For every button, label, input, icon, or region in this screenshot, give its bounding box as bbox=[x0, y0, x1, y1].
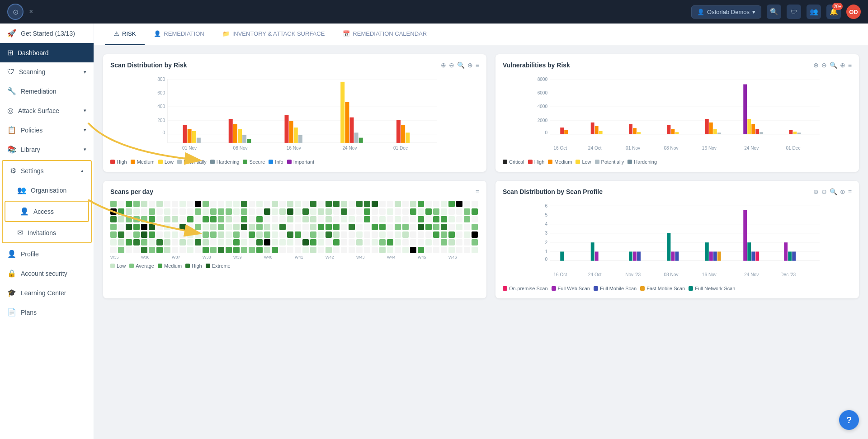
menu-icon[interactable]: ≡ bbox=[848, 61, 852, 69]
scans-per-day-card: Scans per day ≡ W35W36W37W38W39W40W41W42… bbox=[103, 181, 486, 298]
tab-remediation[interactable]: 👤 REMEDIATION bbox=[145, 24, 213, 45]
svg-rect-63 bbox=[743, 85, 747, 134]
sidebar-item-settings[interactable]: ⚙ Settings ▴ bbox=[3, 161, 91, 180]
sidebar-item-plans[interactable]: 📄 Plans bbox=[0, 302, 94, 322]
rocket-icon: 🚀 bbox=[7, 29, 16, 38]
menu-icon[interactable]: ≡ bbox=[476, 61, 479, 69]
shield-button[interactable]: 🛡 bbox=[787, 5, 801, 19]
legend-onpremise: On-premise Scan bbox=[503, 286, 548, 291]
svg-rect-69 bbox=[793, 132, 797, 134]
reset-icon[interactable]: ⊕ bbox=[467, 61, 473, 69]
sidebar-item-scanning[interactable]: 🛡 Scanning ▾ bbox=[0, 62, 94, 81]
sidebar-item-dashboard[interactable]: ⊞ Dashboard bbox=[0, 43, 94, 62]
tab-label: REMEDIATION CALENDAR bbox=[353, 30, 427, 37]
sidebar-item-remediation[interactable]: 🔧 Remediation bbox=[0, 81, 94, 101]
top-navigation: ⊙ × 👤 Ostorlab Demos ▾ 🔍 🛡 👥 🔔 20+ OD bbox=[0, 0, 868, 24]
sidebar-item-attack-surface[interactable]: ◎ Attack Surface ▾ bbox=[0, 101, 94, 120]
chart-controls: ≡ bbox=[476, 188, 479, 195]
tab-label: INVENTORY & ATTACK SURFACE bbox=[232, 30, 325, 37]
org-selector[interactable]: 👤 Ostorlab Demos ▾ bbox=[691, 5, 761, 19]
magnify-icon[interactable]: 🔍 bbox=[830, 61, 837, 69]
svg-text:Dec '23: Dec '23 bbox=[780, 272, 796, 277]
svg-text:6: 6 bbox=[545, 203, 548, 208]
zoom-in-icon[interactable]: ⊕ bbox=[441, 61, 446, 69]
svg-rect-61 bbox=[713, 129, 717, 134]
legend-critical: Critical bbox=[503, 159, 524, 165]
sidebar-item-learning-center[interactable]: 🎓 Learning Center bbox=[0, 283, 94, 302]
svg-text:2: 2 bbox=[545, 240, 548, 245]
reset-icon[interactable]: ⊕ bbox=[840, 188, 845, 195]
sidebar-label: Plans bbox=[21, 309, 37, 316]
svg-rect-107 bbox=[751, 252, 755, 261]
search-button[interactable]: 🔍 bbox=[767, 5, 781, 19]
legend-secure: Secure bbox=[243, 159, 265, 165]
app-logo[interactable]: ⊙ bbox=[7, 4, 24, 20]
svg-text:16 Nov: 16 Nov bbox=[702, 272, 717, 277]
invitations-icon: ✉ bbox=[17, 228, 23, 237]
svg-rect-99 bbox=[671, 252, 675, 261]
sidebar-item-get-started[interactable]: 🚀 Get Started (13/13) bbox=[0, 24, 94, 43]
main-content: ⚠ RISK 👤 REMEDIATION 📁 INVENTORY & ATTAC… bbox=[94, 24, 868, 439]
remediation-icon: 🔧 bbox=[7, 87, 16, 95]
sidebar-label: Dashboard bbox=[18, 49, 49, 57]
vulnerabilities-card: Vulnerabilities by Risk ⊕ ⊖ 🔍 ⊕ ≡ 8000 bbox=[495, 54, 859, 172]
sidebar-item-account-security[interactable]: 🔒 Account security bbox=[0, 264, 94, 283]
chart-title: Scan Distribution by Scan Profile bbox=[503, 188, 603, 195]
svg-rect-17 bbox=[233, 124, 237, 143]
sidebar-item-invitations[interactable]: ✉ Invitations bbox=[3, 223, 91, 242]
zoom-in-icon[interactable]: ⊕ bbox=[813, 61, 819, 69]
chevron-icon: ▴ bbox=[81, 168, 84, 174]
menu-icon[interactable]: ≡ bbox=[476, 188, 479, 195]
svg-text:2000: 2000 bbox=[538, 118, 548, 123]
sidebar-item-access[interactable]: 👤 Access bbox=[5, 201, 89, 222]
svg-text:01 Nov: 01 Nov bbox=[626, 146, 641, 151]
svg-rect-49 bbox=[564, 130, 568, 134]
magnify-icon[interactable]: 🔍 bbox=[830, 188, 837, 195]
zoom-out-icon[interactable]: ⊖ bbox=[449, 61, 454, 69]
close-icon[interactable]: × bbox=[29, 8, 33, 16]
svg-rect-64 bbox=[747, 119, 751, 134]
svg-rect-31 bbox=[401, 125, 405, 143]
help-button[interactable]: ? bbox=[839, 410, 859, 430]
scan-distribution-card: Scan Distribution by Risk ⊕ ⊖ 🔍 ⊕ ≡ bbox=[103, 54, 486, 172]
svg-text:3: 3 bbox=[545, 231, 548, 236]
chart-controls: ⊕ ⊖ 🔍 ⊕ ≡ bbox=[441, 61, 479, 69]
user-avatar[interactable]: OD bbox=[846, 5, 861, 19]
tab-inventory[interactable]: 📁 INVENTORY & ATTACK SURFACE bbox=[213, 24, 334, 45]
tab-risk[interactable]: ⚠ RISK bbox=[105, 24, 145, 45]
menu-icon[interactable]: ≡ bbox=[848, 188, 852, 195]
sidebar-item-library[interactable]: 📚 Library ▾ bbox=[0, 140, 94, 159]
sidebar-label: Access bbox=[33, 208, 54, 215]
zoom-out-icon[interactable]: ⊖ bbox=[821, 188, 827, 195]
sidebar: 🚀 Get Started (13/13) ⊞ Dashboard 🛡 Scan… bbox=[0, 24, 94, 439]
calendar-tab-icon: 📅 bbox=[343, 30, 350, 37]
chart-header: Vulnerabilities by Risk ⊕ ⊖ 🔍 ⊕ ≡ bbox=[503, 61, 852, 69]
svg-rect-25 bbox=[340, 82, 344, 143]
tab-label: RISK bbox=[122, 30, 136, 37]
magnify-icon[interactable]: 🔍 bbox=[457, 61, 465, 69]
sidebar-item-policies[interactable]: 📋 Policies ▾ bbox=[0, 120, 94, 140]
notifications-button[interactable]: 🔔 20+ bbox=[826, 5, 841, 19]
zoom-out-icon[interactable]: ⊖ bbox=[821, 61, 827, 69]
sidebar-label: Organisation bbox=[31, 187, 66, 194]
svg-text:16 Nov: 16 Nov bbox=[702, 146, 717, 151]
svg-rect-93 bbox=[591, 242, 594, 261]
chevron-icon: ▾ bbox=[84, 127, 86, 133]
legend-high: High bbox=[185, 263, 202, 269]
svg-rect-103 bbox=[713, 252, 717, 261]
users-button[interactable]: 👥 bbox=[807, 5, 821, 19]
zoom-in-icon[interactable]: ⊕ bbox=[813, 188, 819, 195]
svg-rect-19 bbox=[242, 135, 246, 143]
chart-legend: Low Average Medium High Extreme bbox=[110, 263, 479, 269]
sidebar-item-organisation[interactable]: 👥 Organisation bbox=[3, 180, 91, 200]
svg-text:8000: 8000 bbox=[538, 77, 548, 82]
svg-text:24 Nov: 24 Nov bbox=[744, 146, 759, 151]
legend-hardening: Hardening bbox=[627, 159, 657, 165]
sidebar-label: Learning Center bbox=[21, 289, 66, 297]
reset-icon[interactable]: ⊕ bbox=[840, 61, 845, 69]
chart-header: Scan Distribution by Risk ⊕ ⊖ 🔍 ⊕ ≡ bbox=[110, 61, 479, 69]
svg-text:Nov '23: Nov '23 bbox=[625, 272, 641, 277]
tab-calendar[interactable]: 📅 REMEDIATION CALENDAR bbox=[334, 24, 436, 45]
sidebar-item-profile[interactable]: 👤 Profile bbox=[0, 244, 94, 264]
svg-rect-13 bbox=[188, 129, 192, 143]
